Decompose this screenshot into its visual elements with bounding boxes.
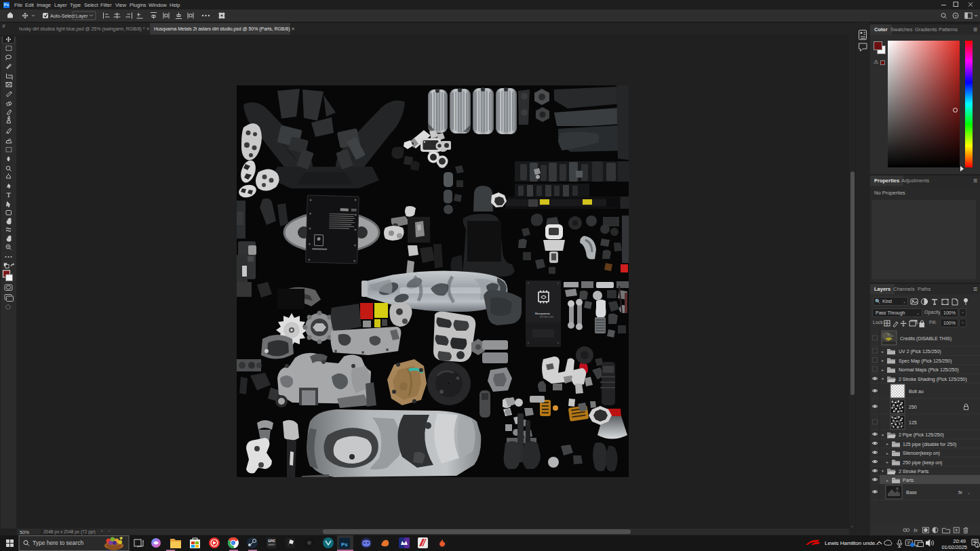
svg-text:Parts: Parts <box>903 478 914 483</box>
svg-text:▸: ▸ <box>882 359 884 363</box>
svg-text:Bolt ao: Bolt ao <box>909 389 924 394</box>
svg-text:2 Stroke Shading (Pick 125/250: 2 Stroke Shading (Pick 125/250) <box>899 377 967 382</box>
svg-text:01/02/2025: 01/02/2025 <box>941 544 967 550</box>
svg-text:fx: fx <box>914 528 918 533</box>
svg-text:250: 250 <box>909 405 917 409</box>
svg-text:2 Stroke Parts: 2 Stroke Parts <box>899 469 929 474</box>
svg-text:▾: ▾ <box>882 377 884 381</box>
svg-text:Ps: Ps <box>341 542 348 548</box>
svg-text:2 Pipe (Pick 125/250): 2 Pipe (Pick 125/250) <box>899 432 944 438</box>
svg-text:▸: ▸ <box>882 350 884 354</box>
svg-text:Spec Map (Pick 125/250): Spec Map (Pick 125/250) <box>899 359 952 364</box>
svg-text:MOTORCYCLES: MOTORCYCLES <box>540 316 553 319</box>
svg-text:Type here to search: Type here to search <box>33 539 83 546</box>
svg-text:Husqvarna: Husqvarna <box>535 312 550 315</box>
svg-text:125 pipe (disable for 250): 125 pipe (disable for 250) <box>903 442 956 447</box>
svg-text:Silencer(keep on): Silencer(keep on) <box>903 451 940 456</box>
svg-text:⌄: ⌄ <box>967 491 971 495</box>
svg-text:Base: Base <box>906 490 917 495</box>
svg-text:▸: ▸ <box>886 460 888 464</box>
svg-text:EPIC: EPIC <box>269 539 276 543</box>
svg-text:Layer: Layer <box>76 14 88 19</box>
svg-text:▸: ▸ <box>886 451 888 455</box>
svg-text:Lewis Hamilton unde...: Lewis Hamilton unde... <box>825 540 880 546</box>
svg-text:Credits (DISABLE THIS): Credits (DISABLE THIS) <box>900 336 952 342</box>
svg-text:▾: ▾ <box>882 469 884 473</box>
svg-text:GAMES: GAMES <box>268 544 275 546</box>
svg-text:Auto-Select:: Auto-Select: <box>50 14 76 18</box>
svg-text:▸: ▸ <box>886 478 888 483</box>
svg-text:▾: ▾ <box>882 433 884 437</box>
svg-text:▸: ▸ <box>882 368 884 372</box>
svg-text:250 pipe (keep on): 250 pipe (keep on) <box>903 460 942 466</box>
svg-text:fx: fx <box>958 489 962 495</box>
svg-text:125: 125 <box>909 420 917 425</box>
svg-text:20:49: 20:49 <box>953 538 966 544</box>
svg-text:▸: ▸ <box>886 442 888 446</box>
svg-text:UV 2 (Pick 125/250): UV 2 (Pick 125/250) <box>899 349 941 354</box>
svg-text:?: ? <box>954 14 957 18</box>
svg-text:Normal Maps (Pick 125/250): Normal Maps (Pick 125/250) <box>899 367 959 373</box>
